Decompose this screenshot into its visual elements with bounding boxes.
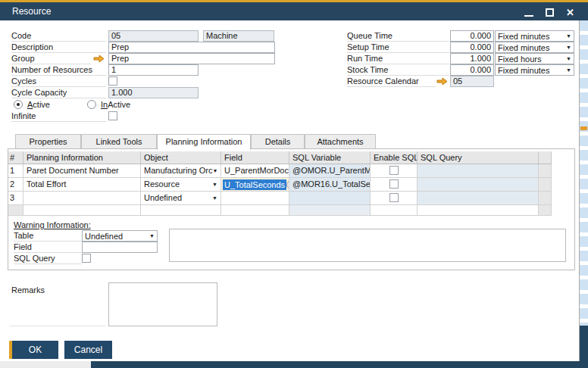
sql-query-cell [418,164,539,178]
sql-query-cell [418,192,539,205]
row-number-cell: 3 [8,192,23,205]
setup-time-input[interactable]: 0.000 [450,42,494,53]
background-window-sliver-footer [580,326,588,361]
enable-sql-checkbox[interactable] [389,166,399,175]
background-window-sliver [580,20,588,326]
tab-linked-tools[interactable]: Linked Tools [81,134,157,149]
table-row: 2 Total Effort Resource▼ U_TotalSeconds≡… [8,178,552,192]
dialog-bottom-margin [0,361,91,368]
planning-information-table: # Planning Information Object Field SQL … [8,151,552,216]
planning-information-cell[interactable] [23,192,141,205]
column-header: Planning Information [23,151,141,164]
maximize-icon[interactable] [546,8,554,17]
column-header: SQL Query [418,151,539,164]
enable-sql-cell [371,178,418,192]
resource-calendar-label: Resource Calendar [347,76,436,87]
warning-information-title: Warning Information: [14,220,91,229]
queue-time-label: Queue Time [347,30,449,42]
number-of-resources-input[interactable]: 1 [108,64,199,76]
sql-variable-cell [289,192,371,205]
filler-cell [539,192,552,205]
group-input[interactable]: Prep [108,53,275,64]
sql-variable-cell: @OMOR.U_ParentMo [289,164,371,178]
warning-sql-query-checkbox[interactable] [82,254,91,263]
description-label: Description [11,42,106,53]
warning-field-label: Field [14,242,82,253]
column-header: Object [141,151,221,164]
column-header-filler [539,151,552,164]
warning-sql-query-label: SQL Query [14,253,82,264]
window-title: Resource [12,6,51,17]
tab-attachments[interactable]: Attachments [305,134,376,149]
field-cell[interactable] [221,192,289,205]
enable-sql-checkbox[interactable] [389,193,399,202]
resource-calendar-input[interactable]: 05 [450,76,494,87]
warning-table-select[interactable]: Undefined▼ [82,230,158,242]
remarks-label: Remarks [11,285,45,295]
stock-time-label: Stock Time [347,64,449,76]
filler-cell [539,164,552,178]
cycles-checkbox[interactable] [108,76,117,86]
chevron-down-icon: ▼ [566,45,571,50]
stock-time-input[interactable]: 0.000 [450,64,494,76]
chevron-down-icon: ▼ [212,195,217,201]
column-header: # [8,151,23,164]
code-input[interactable]: 05 [108,30,199,42]
enable-sql-checkbox[interactable] [389,179,399,189]
enable-sql-cell [371,164,418,178]
queue-time-input[interactable]: 0.000 [450,30,494,42]
resource-dialog: Resource ✕ Code 05 Machine Description P… [0,0,588,368]
active-radio[interactable] [14,100,23,109]
stock-time-unit-select[interactable]: Fixed minutes▼ [495,64,574,76]
run-time-label: Run Time [347,53,449,64]
chevron-down-icon: ▼ [212,182,217,187]
column-header: SQL Variable [289,151,371,164]
tab-details[interactable]: Details [251,134,305,149]
planning-information-cell[interactable]: Paret Document Number [23,164,141,178]
cancel-button[interactable]: Cancel [64,341,112,359]
object-select-cell[interactable]: Manufacturing Orc▼ [141,164,221,178]
tab-planning-information[interactable]: Planning Information [157,134,251,150]
remarks-text-area[interactable] [108,282,217,326]
chevron-down-icon: ▼ [566,56,571,61]
setup-time-unit-select[interactable]: Fixed minutes▼ [495,42,574,53]
ok-button[interactable]: OK [9,341,58,359]
inactive-radio[interactable] [87,100,96,109]
active-radio-label: Active [27,99,50,110]
description-input[interactable]: Prep [108,42,275,53]
field-cell-selected[interactable]: U_TotalSeconds≡ [221,178,289,192]
code-type-input[interactable]: Machine [203,30,274,42]
background-window-bottom-bar [91,361,588,368]
cycles-label: Cycles [11,76,106,87]
queue-time-unit-select[interactable]: Fixed minutes▼ [495,30,574,42]
tab-properties[interactable]: Properties [15,134,81,149]
run-time-input[interactable]: 1.000 [450,53,494,64]
field-cell[interactable]: U_ParentMorDocNum [221,164,289,178]
table-row: 1 Paret Document Number Manufacturing Or… [8,164,552,178]
planning-information-cell[interactable]: Total Effort [23,178,141,192]
cycle-capacity-input[interactable]: 1.000 [108,87,199,98]
minimize-icon[interactable] [524,15,533,17]
run-time-unit-select[interactable]: Fixed hours▼ [495,53,574,64]
table-row: 3 Undefined▼ [8,192,552,205]
warning-text-area[interactable] [169,229,566,262]
background-window-sliver-accent [580,126,587,130]
inactive-radio-label: InActive [101,99,130,110]
object-select-cell[interactable]: Resource▼ [141,178,221,192]
infinite-checkbox[interactable] [108,111,117,120]
warning-table-label: Table [14,230,82,242]
number-of-resources-label: Number of Resources [11,64,106,76]
close-icon[interactable]: ✕ [566,7,574,18]
object-select-cell[interactable]: Undefined▼ [141,192,221,205]
column-header: Field [221,151,289,164]
infinite-label: Infinite [11,111,106,122]
resource-calendar-link-arrow-icon[interactable] [436,77,448,86]
group-link-arrow-icon[interactable] [93,55,105,63]
sql-variable-cell: @MOR16.U_TotalSeco [289,178,371,192]
title-bar: Resource ✕ [0,0,588,20]
warning-field-input[interactable] [82,242,158,253]
chevron-down-icon: ▼ [149,233,155,239]
code-label: Code [11,30,106,42]
table-row-empty [8,205,552,216]
setup-time-label: Setup Time [347,42,449,53]
